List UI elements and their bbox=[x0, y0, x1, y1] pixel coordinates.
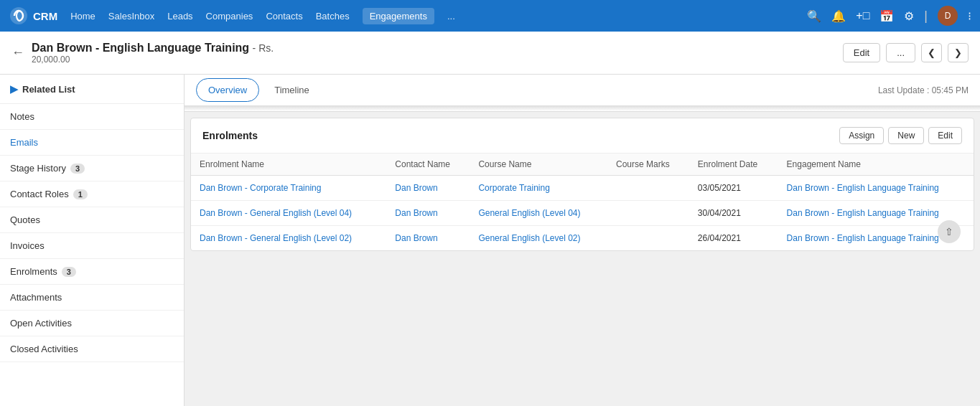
enrolment-date-cell: 30/04/2021 bbox=[689, 201, 778, 226]
course-name-cell[interactable]: Corporate Training bbox=[470, 176, 607, 201]
nav-salesinbox[interactable]: SalesInbox bbox=[108, 8, 154, 24]
course-name-cell[interactable]: General English (Level 02) bbox=[470, 226, 607, 251]
sidebar: ▶ Related List Notes Emails Stage Histor… bbox=[0, 75, 185, 406]
enrolment-name-cell[interactable]: Dan Brown - General English (Level 02) bbox=[191, 226, 386, 251]
brand-name: CRM bbox=[33, 10, 57, 22]
add-icon[interactable]: +□ bbox=[856, 9, 869, 22]
sidebar-header: ▶ Related List bbox=[0, 75, 184, 104]
scroll-to-top-button[interactable]: ⇧ bbox=[938, 220, 961, 243]
divider: | bbox=[924, 9, 928, 24]
enrolment-date-cell: 03/05/2021 bbox=[689, 176, 778, 201]
col-engagement-name: Engagement Name bbox=[778, 154, 974, 176]
edit-button[interactable]: Edit bbox=[843, 43, 880, 62]
grid-icon[interactable]: ⁝ bbox=[968, 9, 971, 23]
sidebar-item-open-activities[interactable]: Open Activities bbox=[0, 311, 184, 336]
sidebar-item-attachments[interactable]: Attachments bbox=[0, 285, 184, 311]
tab-timeline[interactable]: Timeline bbox=[262, 78, 322, 102]
settings-icon[interactable]: ⚙ bbox=[904, 9, 914, 23]
sidebar-item-notes[interactable]: Notes bbox=[0, 104, 184, 130]
bell-icon[interactable]: 🔔 bbox=[831, 9, 846, 23]
course-name-cell[interactable]: General English (Level 04) bbox=[470, 201, 607, 226]
page-title: Dan Brown - English Language Training - … bbox=[32, 42, 274, 55]
assign-button[interactable]: Assign bbox=[839, 127, 884, 144]
search-icon[interactable]: 🔍 bbox=[807, 9, 821, 23]
table-row: Dan Brown - General English (Level 04)Da… bbox=[191, 201, 974, 226]
enrolments-section: Enrolments Assign New Edit Enrolment Nam… bbox=[190, 118, 974, 251]
nav-more[interactable]: ... bbox=[447, 8, 455, 24]
col-enrolment-date: Enrolment Date bbox=[689, 154, 778, 176]
tabs-bar: Overview Timeline Last Update : 05:45 PM bbox=[185, 75, 980, 106]
sidebar-item-invoices-label: Invoices bbox=[10, 240, 45, 251]
sidebar-item-contact-roles-label: Contact Roles bbox=[10, 189, 69, 199]
more-actions-button[interactable]: ... bbox=[886, 43, 915, 62]
course-marks-cell bbox=[607, 226, 689, 251]
nav-contacts[interactable]: Contacts bbox=[266, 8, 302, 24]
col-course-name: Course Name bbox=[470, 154, 607, 176]
svg-point-0 bbox=[10, 7, 27, 24]
nav-home[interactable]: Home bbox=[70, 8, 95, 24]
page-subtitle: 20,000.00 bbox=[32, 55, 274, 65]
sidebar-item-contact-roles-badge: 1 bbox=[73, 189, 88, 199]
header-right: Edit ... ❮ ❯ bbox=[843, 43, 969, 62]
prev-record-button[interactable]: ❮ bbox=[921, 43, 942, 62]
enrolments-edit-button[interactable]: Edit bbox=[928, 127, 962, 144]
sidebar-item-stage-history-label: Stage History bbox=[10, 163, 66, 174]
sidebar-item-invoices[interactable]: Invoices bbox=[0, 233, 184, 259]
sidebar-item-emails[interactable]: Emails bbox=[0, 130, 184, 156]
title-text: Dan Brown - English Language Training bbox=[32, 42, 249, 54]
table-row: Dan Brown - General English (Level 02)Da… bbox=[191, 226, 974, 251]
main-layout: ▶ Related List Notes Emails Stage Histor… bbox=[0, 75, 980, 406]
sidebar-toggle-icon[interactable]: ▶ bbox=[10, 83, 18, 95]
enrolments-actions: Assign New Edit bbox=[839, 127, 962, 144]
engagement-name-cell[interactable]: Dan Brown - English Language Training bbox=[778, 176, 974, 201]
nav-companies[interactable]: Companies bbox=[206, 8, 253, 24]
calendar-icon[interactable]: 📅 bbox=[879, 9, 894, 23]
sidebar-item-enrolments[interactable]: Enrolments 3 bbox=[0, 259, 184, 285]
enrolment-name-cell[interactable]: Dan Brown - Corporate Training bbox=[191, 176, 386, 201]
col-contact-name: Contact Name bbox=[386, 154, 470, 176]
sidebar-item-stage-history-badge: 3 bbox=[70, 164, 85, 174]
sidebar-item-attachments-label: Attachments bbox=[10, 292, 62, 303]
nav-links: Home SalesInbox Leads Companies Contacts… bbox=[70, 8, 794, 24]
scroll-fade-top bbox=[185, 106, 980, 112]
tab-overview[interactable]: Overview bbox=[196, 78, 259, 102]
back-button[interactable]: ← bbox=[11, 45, 24, 60]
sidebar-item-open-activities-label: Open Activities bbox=[10, 318, 72, 329]
course-marks-cell bbox=[607, 176, 689, 201]
top-navigation: CRM Home SalesInbox Leads Companies Cont… bbox=[0, 0, 980, 32]
brand-logo[interactable]: CRM bbox=[9, 6, 57, 26]
col-enrolment-name: Enrolment Name bbox=[191, 154, 386, 176]
enrolments-table-body: Dan Brown - Corporate TrainingDan BrownC… bbox=[191, 176, 974, 251]
col-course-marks: Course Marks bbox=[607, 154, 689, 176]
nav-engagements[interactable]: Engagements bbox=[363, 8, 434, 24]
contact-name-cell[interactable]: Dan Brown bbox=[386, 201, 470, 226]
enrolment-name-cell[interactable]: Dan Brown - General English (Level 04) bbox=[191, 201, 386, 226]
title-separator: - Rs. bbox=[253, 42, 274, 54]
sidebar-item-enrolments-badge: 3 bbox=[62, 267, 76, 277]
next-record-button[interactable]: ❯ bbox=[948, 43, 969, 62]
sidebar-item-enrolments-label: Enrolments bbox=[10, 266, 57, 277]
sidebar-heading: Related List bbox=[22, 84, 75, 95]
sidebar-item-closed-activities[interactable]: Closed Activities bbox=[0, 336, 184, 362]
sidebar-item-notes-label: Notes bbox=[10, 111, 34, 122]
new-button[interactable]: New bbox=[888, 127, 924, 144]
enrolment-date-cell: 26/04/2021 bbox=[689, 226, 778, 251]
header-info: Dan Brown - English Language Training - … bbox=[32, 42, 274, 65]
sidebar-item-closed-activities-label: Closed Activities bbox=[10, 344, 78, 354]
sidebar-item-contact-roles[interactable]: Contact Roles 1 bbox=[0, 181, 184, 207]
course-marks-cell bbox=[607, 201, 689, 226]
enrolments-table: Enrolment Name Contact Name Course Name … bbox=[191, 154, 974, 250]
enrolments-title: Enrolments bbox=[202, 130, 258, 141]
contact-name-cell[interactable]: Dan Brown bbox=[386, 226, 470, 251]
header-bar: ← Dan Brown - English Language Training … bbox=[0, 32, 980, 75]
sidebar-item-quotes[interactable]: Quotes bbox=[0, 207, 184, 233]
user-avatar[interactable]: D bbox=[938, 6, 958, 26]
content-area: Overview Timeline Last Update : 05:45 PM… bbox=[185, 75, 980, 406]
contact-name-cell[interactable]: Dan Brown bbox=[386, 176, 470, 201]
nav-leads[interactable]: Leads bbox=[167, 8, 192, 24]
last-update-text: Last Update : 05:45 PM bbox=[878, 85, 969, 95]
nav-batches[interactable]: Batches bbox=[316, 8, 350, 24]
header-left: ← Dan Brown - English Language Training … bbox=[11, 42, 274, 65]
sidebar-item-stage-history[interactable]: Stage History 3 bbox=[0, 156, 184, 181]
sidebar-item-emails-label: Emails bbox=[10, 137, 38, 148]
